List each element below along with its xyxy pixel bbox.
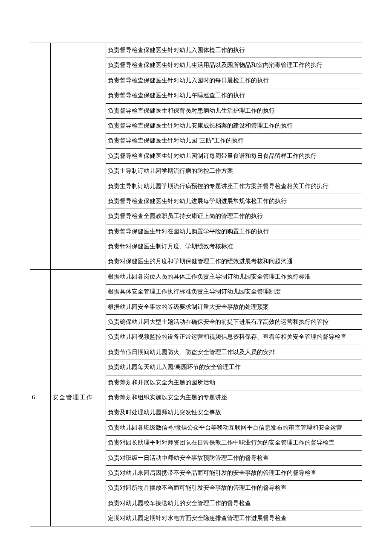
- responsibility-item: 负责督导检查保健医生针对幼儿生活用品以及园所物品和室内消毒管理工作的执行: [106, 58, 362, 73]
- responsibility-item: 负责主导制订幼儿园学期流行病预控的专题讲座工作方案并督导检查相关工作的执行: [106, 179, 362, 194]
- document-page: 负责督导检查保健医生针对幼儿入园体检工作的执行负责督导检查保健医生针对幼儿生活用…: [0, 0, 392, 555]
- responsibility-item: 负责对幼儿来园后因携带不安全品而可能引发的安全事故的管理工作的督导检查: [106, 465, 362, 480]
- responsibility-item: 定期对幼儿园定期针对水电方面安全隐患排查管理工作进展督导检查: [106, 511, 362, 526]
- responsibility-item: 负责对班级一日活动中师幼安全事故预防管理工作的督导检查: [106, 450, 362, 465]
- responsibility-item: 根据幼儿园安全事故的等级要求制订重大安全事故的处理预案: [106, 299, 362, 314]
- responsibility-item: 负责节假日期间幼儿园防火、防盗安全管理工作以及人员的安排: [106, 345, 362, 360]
- group-index: [30, 43, 51, 270]
- table-row: 6安全管理工作根据幼儿园各岗位人员的具体工作负责主导制订幼儿园安全管理工作执行标…: [30, 269, 362, 284]
- responsibility-item: 负责确保幼儿园大型主题活动在确保安全的前提下进展有序高效的运营和执行的管控: [106, 315, 362, 330]
- responsibility-item: 负责督导保健医生针对在园幼儿购置学平险的购置工作的执行: [106, 224, 362, 239]
- responsibility-item: 负责筹划和组织实施以安全为主题的专题讲座: [106, 390, 362, 405]
- table-row: 负责督导检查保健医生针对幼儿入园体检工作的执行: [30, 43, 362, 58]
- responsibility-item: 负责督导检查保健医生和保育员对患病幼儿生活护理工作的执行: [106, 103, 362, 118]
- responsibility-item: 负责督导检查保健医生针对幼儿园"三防"工作的执行: [106, 134, 362, 148]
- responsibility-item: 负责针对保健医生制订月度、学期绩效考核标准: [106, 239, 362, 254]
- responsibility-item: 负责及时处理幼儿园师幼儿突发性安全事故: [106, 405, 362, 420]
- responsibility-item: 负责对保健医生的月度和学期保健管理工作的绩效进展考核和问题沟通: [106, 254, 362, 269]
- responsibility-item: 负责督导检查全园教职员工持安康证上岗的管理工作的执行: [106, 209, 362, 224]
- responsibility-item: 负责幼儿园各班级微信号/微信公众平台等移动互联网平台信息发布的审查管理和安全运营: [106, 420, 362, 435]
- responsibility-item: 负责对园长助理平时对师资团队在日常保教工作中职业行为的安全管理工作的督导检查: [106, 436, 362, 450]
- responsibility-item: 根据幼儿园各岗位人员的具体工作负责主导制订幼儿园安全管理工作执行标准: [106, 269, 362, 284]
- responsibility-item: 负责幼儿园每天幼儿入园/离园环节的安全管理工作: [106, 360, 362, 375]
- responsibility-item: 负责督导检查保健医生针对幼儿进展每学期进展常规体检工作的执行: [106, 194, 362, 209]
- responsibility-table: 负责督导检查保健医生针对幼儿入园体检工作的执行负责督导检查保健医生针对幼儿生活用…: [30, 43, 362, 526]
- responsibility-item: 负责督导检查保健医生针对幼儿园制订每周带量食谱和每日食品留样工作的执行: [106, 148, 362, 163]
- responsibility-item: 根据具体安全管理工作执行标准负责主导制订幼儿园安全管理制度: [106, 285, 362, 299]
- group-category: [51, 43, 106, 270]
- responsibility-item: 负责对园所物品摆放不当而可能引发安全事故的管理工作的督导检查: [106, 481, 362, 496]
- responsibility-item: 负责督导检查保健医生针对幼儿入园体检工作的执行: [106, 43, 362, 58]
- responsibility-item: 负责督导检查保健医生针对幼儿午睡巡查工作的执行: [106, 88, 362, 103]
- responsibility-item: 负责对幼儿园校车接送幼儿的安全管理工作的督导检查: [106, 496, 362, 511]
- group-index: 6: [30, 269, 51, 526]
- responsibility-item: 负责督导检查保健医生针对幼儿安康成长档案的建设和管理工作的执行: [106, 118, 362, 133]
- responsibility-item: 负责幼儿园视频监控的设备正常运营和视频信息资料保存、查看等相关安全管理的督导检查: [106, 330, 362, 345]
- responsibility-item: 负责主导制订幼儿园学期流行病的防控工作方案: [106, 164, 362, 179]
- responsibility-item: 负责督导检查保健医生针对幼儿入园时的每日晨检工作的执行: [106, 73, 362, 88]
- group-category: 安全管理工作: [51, 269, 106, 526]
- responsibility-item: 负责筹划和开展以安全为主题的园所活动: [106, 375, 362, 390]
